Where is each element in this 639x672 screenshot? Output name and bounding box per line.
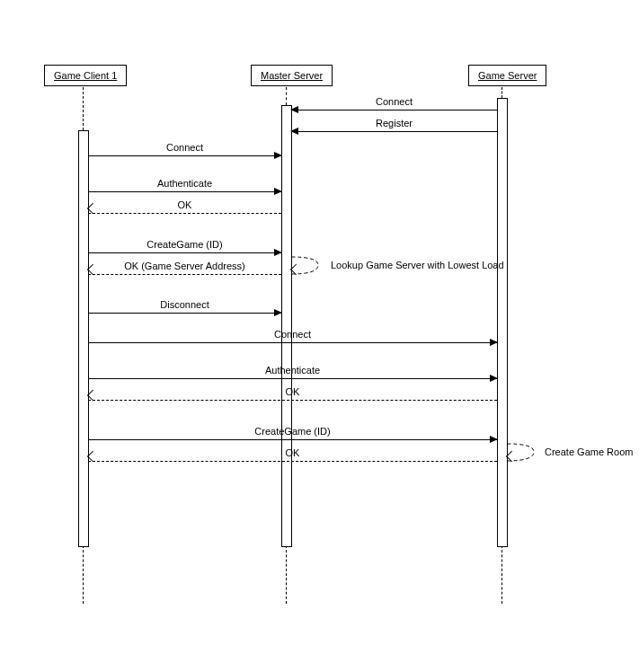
msg-c-connect: Connect — [88, 155, 281, 156]
activation-master — [281, 105, 292, 547]
arrow-right-icon — [274, 188, 282, 195]
activation-client — [78, 130, 89, 547]
msg-label: Create Game Room — [545, 447, 633, 457]
participant-master: Master Server — [251, 65, 333, 86]
msg-label: Lookup Game Server with Lowest Load — [331, 260, 504, 270]
msg-c-auth2: Authenticate — [88, 378, 497, 379]
participant-label: Game Client 1 — [54, 70, 117, 81]
msg-label: Disconnect — [160, 299, 209, 310]
lifeline-game-tail — [501, 545, 502, 604]
lifeline-master — [286, 87, 287, 105]
msg-label: OK — [286, 447, 300, 458]
msg-label: Connect — [376, 96, 413, 107]
participant-game: Game Server — [468, 65, 546, 86]
msg-label: OK — [178, 199, 192, 210]
msg-c-auth-ok: OK — [88, 213, 281, 214]
participant-label: Master Server — [261, 70, 323, 81]
arrow-right-icon — [490, 339, 498, 346]
msg-label: CreateGame (ID) — [146, 239, 222, 250]
msg-label: CreateGame (ID) — [254, 426, 330, 437]
participant-client: Game Client 1 — [44, 65, 127, 86]
participant-label: Game Server — [478, 70, 537, 81]
arrow-left-icon — [290, 106, 298, 113]
msg-gs-connect: Connect — [291, 110, 497, 111]
msg-label: Authenticate — [157, 178, 212, 189]
arrow-right-icon — [490, 375, 498, 382]
msg-c-create2: CreateGame (ID) — [88, 439, 497, 440]
msg-c-auth2-ok: OK — [88, 400, 497, 401]
lifeline-client-tail — [83, 545, 84, 604]
arrow-right-icon — [274, 309, 282, 316]
lifeline-client — [83, 87, 84, 130]
msg-gs-register: Register — [291, 131, 497, 132]
msg-c-disconnect: Disconnect — [88, 313, 281, 314]
msg-label: OK — [286, 386, 300, 397]
msg-c-create2-ok: OK — [88, 461, 497, 462]
msg-c-create-ok: OK (Game Server Address) — [88, 274, 281, 275]
arrow-right-icon — [274, 152, 282, 159]
lifeline-game — [501, 87, 502, 98]
msg-label: Connect — [274, 329, 311, 340]
msg-label: Authenticate — [265, 365, 320, 376]
msg-label: Register — [376, 118, 413, 128]
activation-game — [497, 98, 508, 547]
arrow-left-icon — [290, 128, 298, 135]
msg-c-create: CreateGame (ID) — [88, 252, 281, 253]
msg-label: OK (Game Server Address) — [124, 261, 245, 271]
msg-label: Connect — [166, 142, 203, 153]
msg-c-auth: Authenticate — [88, 191, 281, 192]
arrow-right-icon — [274, 249, 282, 256]
msg-c-connect2: Connect — [88, 342, 497, 343]
arrow-right-icon — [490, 436, 498, 443]
lifeline-master-tail — [286, 545, 287, 604]
